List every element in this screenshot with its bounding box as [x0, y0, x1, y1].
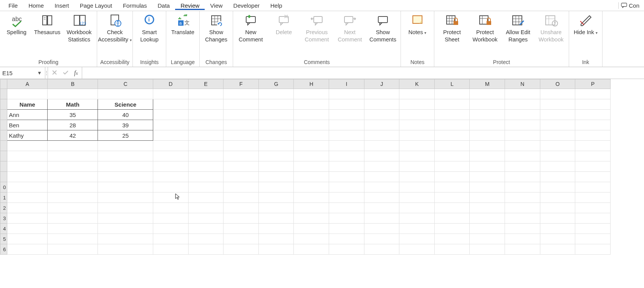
cell-K15[interactable] [399, 234, 435, 244]
cell-F11[interactable] [223, 193, 259, 203]
spreadsheet-grid[interactable]: ABCDEFGHIJKLMNOPNameMathScienceAnn3540Be… [0, 79, 644, 288]
cell-M13[interactable] [470, 213, 505, 224]
cell-F13[interactable] [223, 213, 259, 224]
formula-input[interactable] [82, 67, 644, 79]
cell-A16[interactable] [7, 244, 48, 255]
cell-C10[interactable] [98, 182, 153, 193]
cell-J15[interactable] [364, 234, 399, 244]
cell-F16[interactable] [223, 244, 259, 255]
cell-J3[interactable] [364, 110, 399, 120]
cell-J4[interactable] [364, 120, 399, 130]
cell-I7[interactable] [329, 151, 364, 161]
cell-P14[interactable] [575, 224, 611, 234]
cell-P13[interactable] [575, 213, 611, 224]
cell-F15[interactable] [223, 234, 259, 244]
fx-icon[interactable]: fx [74, 69, 78, 76]
cell-J13[interactable] [364, 213, 399, 224]
col-header-F[interactable]: F [223, 79, 259, 89]
cell-G15[interactable] [258, 234, 294, 244]
row-header-4[interactable] [0, 120, 7, 130]
name-box[interactable]: E15 ▾ [0, 67, 45, 79]
cell-K16[interactable] [399, 244, 435, 255]
cell-E13[interactable] [188, 213, 223, 224]
cell-N1[interactable] [505, 89, 540, 99]
row-header-14[interactable]: 4 [0, 224, 7, 234]
cell-I3[interactable] [329, 110, 364, 120]
cell-P11[interactable] [575, 193, 611, 203]
cell-G6[interactable] [258, 141, 294, 151]
cell-I6[interactable] [329, 141, 364, 151]
row-header-10[interactable]: 0 [0, 182, 7, 193]
cell-J10[interactable] [364, 182, 399, 193]
cell-L8[interactable] [434, 161, 470, 172]
col-header-I[interactable]: I [329, 79, 364, 89]
cell-D1[interactable] [153, 89, 188, 99]
cell-M8[interactable] [470, 161, 505, 172]
cell-A13[interactable] [7, 213, 48, 224]
cell-K7[interactable] [399, 151, 435, 161]
cell-D7[interactable] [153, 151, 188, 161]
menu-home[interactable]: Home [23, 1, 49, 10]
cell-D14[interactable] [153, 224, 188, 234]
cell-D16[interactable] [153, 244, 188, 255]
cell-I13[interactable] [329, 213, 364, 224]
cell-M10[interactable] [470, 182, 505, 193]
col-header-P[interactable]: P [575, 79, 611, 89]
cell-F7[interactable] [223, 151, 259, 161]
cell-O14[interactable] [540, 224, 575, 234]
cell-M11[interactable] [470, 193, 505, 203]
thesaurus-button[interactable]: Thesaurus [32, 13, 63, 37]
cell-C2[interactable]: Science [98, 99, 153, 110]
cell-B14[interactable] [48, 224, 98, 234]
cell-O3[interactable] [540, 110, 575, 120]
row-header-15[interactable]: 5 [0, 234, 7, 244]
cell-M9[interactable] [470, 172, 505, 182]
cell-G13[interactable] [258, 213, 294, 224]
cell-C9[interactable] [98, 172, 153, 182]
cell-K11[interactable] [399, 193, 435, 203]
cell-O13[interactable] [540, 213, 575, 224]
col-header-L[interactable]: L [434, 79, 470, 89]
cell-A10[interactable] [7, 182, 48, 193]
cell-M3[interactable] [470, 110, 505, 120]
cell-F4[interactable] [223, 120, 259, 130]
cell-N11[interactable] [505, 193, 540, 203]
cell-D5[interactable] [153, 130, 188, 141]
col-header-B[interactable]: B [48, 79, 98, 89]
cell-K6[interactable] [399, 141, 435, 151]
cell-L5[interactable] [434, 130, 470, 141]
menu-view[interactable]: View [205, 1, 228, 10]
cell-C6[interactable] [98, 141, 153, 151]
cell-G2[interactable] [258, 99, 294, 110]
cell-N2[interactable] [505, 99, 540, 110]
cell-H5[interactable] [294, 130, 329, 141]
cell-J12[interactable] [364, 203, 399, 213]
allow-edit-ranges-button[interactable]: Allow Edit Ranges [502, 13, 535, 44]
cell-L12[interactable] [434, 203, 470, 213]
row-header-3[interactable] [0, 110, 7, 120]
cell-B6[interactable] [48, 141, 98, 151]
cell-K3[interactable] [399, 110, 435, 120]
cell-H13[interactable] [294, 213, 329, 224]
cell-I8[interactable] [329, 161, 364, 172]
row-header-2[interactable] [0, 99, 7, 110]
cell-B13[interactable] [48, 213, 98, 224]
row-header-8[interactable] [0, 161, 7, 172]
cell-B1[interactable] [48, 89, 98, 99]
cell-F9[interactable] [223, 172, 259, 182]
col-header-M[interactable]: M [470, 79, 505, 89]
cell-I12[interactable] [329, 203, 364, 213]
cell-O10[interactable] [540, 182, 575, 193]
cell-D4[interactable] [153, 120, 188, 130]
cell-L6[interactable] [434, 141, 470, 151]
cell-I10[interactable] [329, 182, 364, 193]
cell-J5[interactable] [364, 130, 399, 141]
cell-I1[interactable] [329, 89, 364, 99]
cell-K9[interactable] [399, 172, 435, 182]
cell-K8[interactable] [399, 161, 435, 172]
cell-O8[interactable] [540, 161, 575, 172]
cell-D3[interactable] [153, 110, 188, 120]
show-comments-button[interactable]: Show Comments [366, 13, 399, 44]
cell-E5[interactable] [188, 130, 223, 141]
cell-B12[interactable] [48, 203, 98, 213]
